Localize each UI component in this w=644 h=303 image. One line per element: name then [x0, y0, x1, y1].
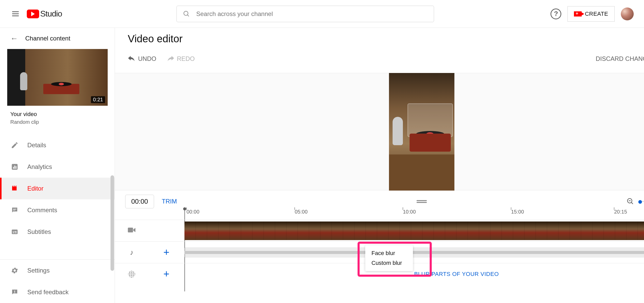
zoom-slider[interactable]: [638, 201, 644, 202]
header: Studio ? CREATE: [0, 0, 644, 28]
video-preview[interactable]: [115, 73, 644, 190]
blur-cta[interactable]: BLUR PARTS OF YOUR VIDEO: [414, 271, 499, 277]
undo-button[interactable]: UNDO: [128, 55, 156, 62]
video-thumbnail[interactable]: 0:21: [7, 49, 108, 106]
sidebar-item-label: Send feedback: [27, 289, 69, 296]
sidebar-item-subtitles[interactable]: Subtitles: [0, 221, 115, 243]
track-blur-head: [115, 271, 148, 278]
undo-label: UNDO: [138, 55, 156, 62]
header-right: ? CREATE: [550, 6, 634, 22]
back-arrow-icon: ←: [10, 34, 18, 43]
zoom-out-button[interactable]: [625, 196, 635, 206]
svg-rect-12: [14, 231, 17, 232]
help-button[interactable]: ?: [550, 9, 561, 19]
svg-rect-10: [15, 233, 16, 233]
undo-icon: [128, 56, 135, 62]
track-audio-head: ♪: [115, 248, 148, 257]
blur-track-icon: [128, 271, 135, 278]
sidebar-item-feedback[interactable]: Send feedback: [0, 281, 115, 303]
sidebar-item-analytics[interactable]: Analytics: [0, 156, 115, 178]
clapper-icon: [10, 184, 19, 193]
zoom-controls: [625, 196, 644, 206]
main-header: Video editor: [115, 28, 644, 45]
search-box[interactable]: [176, 6, 434, 22]
sidebar-item-label: Analytics: [27, 163, 52, 170]
ruler-mark: 00:00: [187, 209, 199, 215]
trim-button[interactable]: TRIM: [162, 198, 177, 205]
youtube-play-icon: [27, 10, 39, 18]
ruler-mark: 10:00: [403, 209, 416, 215]
back-to-channel[interactable]: ← Channel content: [0, 28, 115, 49]
resize-handle[interactable]: [417, 199, 427, 204]
blur-menu-face[interactable]: Face blur: [365, 248, 413, 258]
svg-rect-3: [13, 167, 14, 169]
music-note-icon: ♪: [130, 248, 133, 257]
create-button[interactable]: CREATE: [567, 6, 615, 22]
sidebar-item-label: Subtitles: [27, 228, 51, 235]
filmstrip[interactable]: [184, 222, 644, 240]
audio-waveform[interactable]: [184, 243, 644, 262]
time-input[interactable]: 00:00: [125, 195, 154, 208]
sidebar-scrollbar[interactable]: [111, 175, 114, 271]
comments-icon: [10, 206, 19, 215]
track-audio: ♪ + Face blur Custom blur: [115, 241, 644, 263]
redo-button[interactable]: REDO: [167, 55, 195, 62]
sidebar-item-editor[interactable]: Editor: [0, 178, 115, 199]
subtitles-icon: [10, 227, 19, 236]
sidebar: ← Channel content 0:21 Your video Random…: [0, 28, 115, 303]
preview-frame: [389, 73, 454, 191]
plus-icon: +: [163, 268, 169, 280]
video-track-icon: [128, 227, 136, 235]
sidebar-item-label: Editor: [27, 185, 44, 192]
svg-line-1: [187, 15, 189, 16]
blur-menu: Face blur Custom blur: [365, 245, 413, 271]
timeline-ruler[interactable]: 00:00 05:00 10:00 15:00 20:15: [115, 209, 644, 220]
svg-rect-14: [14, 292, 15, 293]
sidebar-item-settings[interactable]: Settings: [0, 260, 115, 281]
add-audio-button[interactable]: +: [148, 247, 184, 258]
sidebar-item-details[interactable]: Details: [0, 134, 115, 156]
plus-icon: +: [163, 247, 169, 258]
menu-button[interactable]: [10, 9, 21, 19]
video-meta: Your video Random clip: [0, 106, 115, 127]
svg-rect-5: [16, 166, 16, 169]
timeline-tracks: ♪ + Face blur Custom blur + BLUR PARTS O…: [115, 220, 644, 285]
analytics-icon: [10, 162, 19, 171]
add-blur-button[interactable]: +: [148, 268, 184, 280]
search-input[interactable]: [196, 10, 428, 18]
meta-subtitle: Random clip: [10, 119, 104, 125]
svg-line-16: [631, 202, 633, 204]
back-label: Channel content: [25, 35, 70, 42]
meta-title: Your video: [10, 111, 104, 118]
svg-rect-9: [13, 233, 14, 233]
gear-icon: [10, 266, 19, 275]
redo-icon: [167, 56, 174, 62]
sidebar-item-label: Details: [27, 142, 46, 149]
page-title: Video editor: [128, 33, 644, 45]
ruler-mark: 20:15: [614, 209, 627, 215]
search-icon: [183, 10, 190, 18]
create-label: CREATE: [585, 11, 608, 17]
sidebar-item-label: Comments: [27, 207, 57, 214]
svg-point-0: [184, 11, 188, 15]
avatar[interactable]: [621, 7, 634, 20]
timeline-controls: 00:00 TRIM: [115, 190, 644, 209]
logo[interactable]: Studio: [27, 9, 62, 19]
thumb-duration: 0:21: [91, 96, 105, 103]
feedback-icon: [10, 288, 19, 297]
pencil-icon: [10, 141, 19, 150]
track-video: [115, 220, 644, 241]
main: Video editor UNDO REDO DISCARD CHANGES S…: [115, 28, 644, 303]
svg-rect-6: [13, 209, 16, 209]
hamburger-icon: [12, 13, 19, 14]
discard-button[interactable]: DISCARD CHANGES: [596, 55, 644, 62]
track-video-head: [115, 227, 148, 235]
sidebar-item-comments[interactable]: Comments: [0, 199, 115, 221]
sidebar-nav: Details Analytics Editor Comments Subtit…: [0, 134, 115, 243]
blur-menu-custom[interactable]: Custom blur: [365, 258, 413, 268]
svg-rect-7: [13, 210, 15, 210]
redo-label: REDO: [177, 55, 195, 62]
logo-text: Studio: [40, 9, 62, 19]
svg-rect-11: [13, 231, 14, 232]
ruler-mark: 05:00: [295, 209, 308, 215]
